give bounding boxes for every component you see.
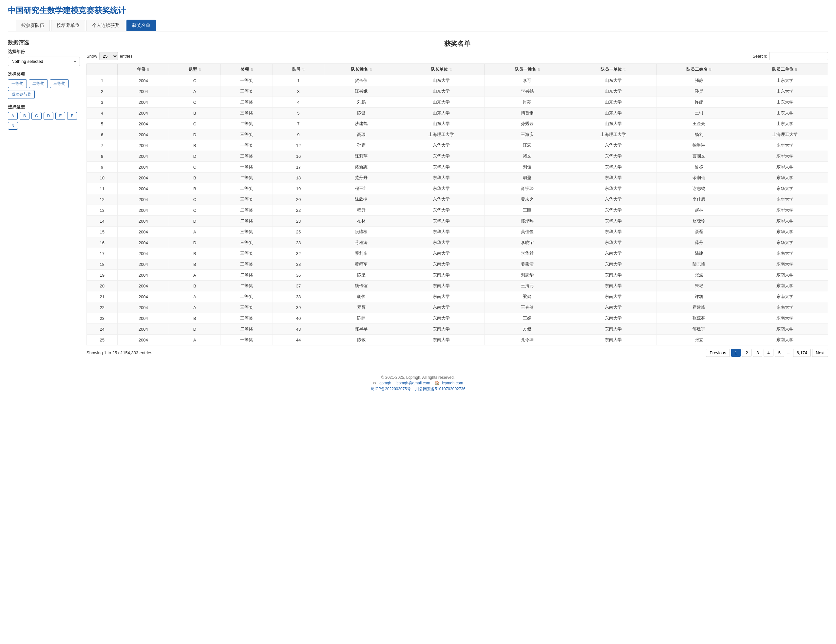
table-cell: B [169,140,220,151]
table-cell: A [169,86,220,97]
pagination-page-5[interactable]: 5 [775,349,784,357]
table-cell: 12 [273,140,324,151]
table-cell: 柏林 [324,216,398,227]
table-cell: D [169,151,220,162]
table-row: 182004B三等奖33黄师军东南大学姜燕清东南大学陆志峰东南大学 [87,259,828,270]
table-cell: 东华大学 [398,227,485,237]
tab-personal[interactable]: 个人连续获奖 [87,20,125,31]
award-btn-first[interactable]: 一等奖 [8,79,27,88]
col-team-no[interactable]: 队号⇅ [273,64,324,75]
table-row: 232004B三等奖40陈静东南大学王娟东南大学张蕊芬东南大学 [87,313,828,324]
footer-icp[interactable]: 蜀ICP备2022003075号 [371,386,411,391]
tab-award-list[interactable]: 获奖名单 [126,20,156,31]
col-year[interactable]: 年份⇅ [118,64,169,75]
table-cell: 13 [87,205,118,216]
table-cell: 吴佳俊 [485,227,570,237]
table-cell: 43 [273,324,324,334]
col-type[interactable]: 题型⇅ [169,64,220,75]
footer-email[interactable]: lcpmgh@gmail.com [396,381,431,385]
sort-icon-member1-unit: ⇅ [623,68,626,72]
table-cell: 东南大学 [570,248,656,259]
type-btn-f[interactable]: F [67,112,77,120]
footer-email-label[interactable]: lcpmgh [379,381,392,385]
pagination-last[interactable]: 6,174 [793,349,811,357]
table-cell: 王臣 [485,205,570,216]
tab-teams[interactable]: 按参赛队伍 [16,20,50,31]
col-member2-unit[interactable]: 队员二单位⇅ [742,64,828,75]
col-member1-name[interactable]: 队员一姓名⇅ [485,64,570,75]
nav-tabs: 按参赛队伍 按培养单位 个人连续获奖 获奖名单 [8,20,828,31]
entries-select[interactable]: 25 50 100 [99,52,118,60]
pagination-page-1[interactable]: 1 [731,349,741,357]
table-cell: 2004 [118,151,169,162]
copyright: © 2021-2025, Lcpmgh, All rights reserved… [381,375,455,380]
table-cell: 东华大学 [742,194,828,205]
table-cell: 东南大学 [742,324,828,334]
showing-info: Showing 1 to 25 of 154,333 entries [87,351,152,355]
footer-website[interactable]: lcpmgh.com [442,381,463,385]
table-cell: 东华大学 [398,216,485,227]
table-cell: 二等奖 [220,324,273,334]
type-btn-e[interactable]: E [56,112,65,120]
table-cell: 上海理工大学 [742,129,828,140]
table-cell: 2004 [118,291,169,302]
table-cell: 上海理工大学 [398,129,485,140]
table-cell: 黄未之 [485,194,570,205]
table-cell: 方健 [485,324,570,334]
table-cell: 3 [87,97,118,108]
table-row: 222004A三等奖39罗辉东南大学王春健东南大学霍建峰东南大学 [87,302,828,313]
table-cell: A [169,334,220,346]
table-cell: 东南大学 [398,334,485,346]
show-label: Show [87,54,97,59]
tab-training[interactable]: 按培养单位 [51,20,85,31]
year-select[interactable]: Nothing selected [8,57,80,66]
table-cell: 1 [273,75,324,86]
award-btn-third[interactable]: 三等奖 [50,79,69,88]
type-btn-n[interactable]: N [8,122,18,130]
search-input[interactable] [769,52,828,60]
table-row: 172004B三等奖32蔡利东东南大学李华雄东南大学陆建东南大学 [87,248,828,259]
table-cell: 三等奖 [220,313,273,324]
table-cell: 40 [273,313,324,324]
table-cell: 2004 [118,140,169,151]
table-cell: 2004 [118,334,169,346]
col-award[interactable]: 奖项⇅ [220,64,273,75]
table-row: 212004A二等奖38胡俊东南大学梁健东南大学许凯东南大学 [87,291,828,302]
table-cell: C [169,194,220,205]
table-cell: 22 [87,302,118,313]
pagination-page-2[interactable]: 2 [742,349,751,357]
col-index[interactable] [87,64,118,75]
table-cell: 邹建宇 [656,324,742,334]
table-cell: C [169,75,220,86]
type-btn-b[interactable]: B [20,112,29,120]
footer-security[interactable]: 川公网安备51010702002736 [415,386,465,391]
type-btn-a[interactable]: A [8,112,18,120]
award-btn-second[interactable]: 二等奖 [29,79,48,88]
col-member1-unit[interactable]: 队员一单位⇅ [570,64,656,75]
award-btn-participation[interactable]: 成功参与奖 [8,90,35,99]
table-cell: 程玉红 [324,183,398,194]
table-cell: 李兴鹤 [485,86,570,97]
type-btn-d[interactable]: D [44,112,54,120]
table-cell: 陆志峰 [656,259,742,270]
pagination-page-3[interactable]: 3 [753,349,762,357]
table-area: 获奖名单 Show 25 50 100 entries Search: [87,39,828,357]
table-cell: 高瑞 [324,129,398,140]
table-cell: 东华大学 [398,173,485,183]
table-cell: 28 [273,237,324,248]
table-cell: C [169,205,220,216]
pagination-ellipsis: ... [785,351,792,355]
col-leader-unit[interactable]: 队长单位⇅ [398,64,485,75]
table-row: 82004D三等奖16陈莉萍东华大学褚文东华大学曹澜文东华大学 [87,151,828,162]
col-leader-name[interactable]: 队长姓名⇅ [324,64,398,75]
col-member2-name[interactable]: 队员二姓名⇅ [656,64,742,75]
entries-label: entries [120,54,133,59]
table-cell: 20 [87,280,118,291]
pagination-next[interactable]: Next [812,349,828,357]
table-cell: 东华大学 [742,205,828,216]
pagination-previous[interactable]: Previous [706,349,730,357]
table-cell: 24 [87,324,118,334]
table-cell: 范丹丹 [324,173,398,183]
pagination-page-4[interactable]: 4 [764,349,773,357]
type-btn-c[interactable]: C [31,112,42,120]
